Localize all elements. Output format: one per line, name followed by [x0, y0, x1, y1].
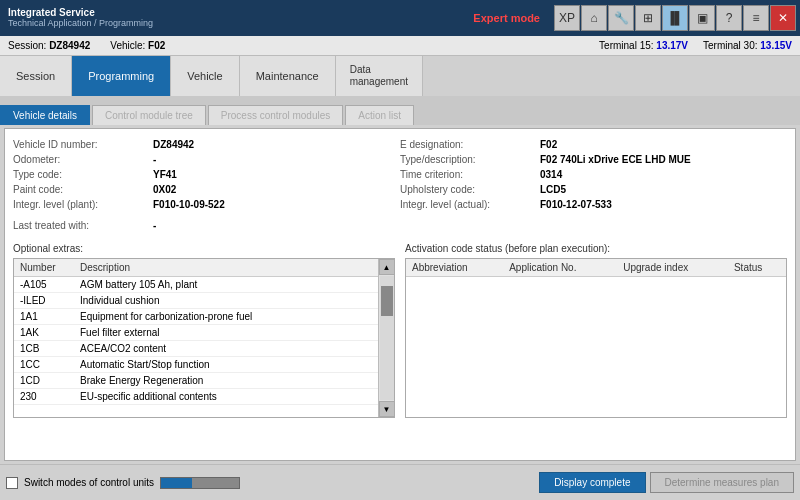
activation-col-status: Status: [728, 259, 786, 277]
extras-row-description: Brake Energy Regeneration: [74, 373, 378, 389]
extras-row-description: EU-specific additional contents: [74, 389, 378, 405]
extras-row-description: Equipment for carbonization-prone fuel: [74, 309, 378, 325]
terminal15-info: Terminal 15: 13.17V: [599, 40, 688, 51]
last-treated-label: Last treated with:: [13, 220, 153, 231]
e-designation-row: E designation: F02: [400, 137, 787, 152]
sub-tab-control-module-tree[interactable]: Control module tree: [92, 105, 206, 125]
home-button[interactable]: ⌂: [581, 5, 607, 31]
terminal15-value: 13.17V: [656, 40, 688, 51]
upholstery-label: Upholstery code:: [400, 184, 540, 195]
lower-section: Optional extras: Number Description -A: [13, 243, 787, 418]
list-item[interactable]: 230EU-specific additional contents: [14, 389, 378, 405]
optional-extras-section: Optional extras: Number Description -A: [13, 243, 395, 418]
determine-measures-button[interactable]: Determine measures plan: [650, 472, 795, 493]
e-designation-label: E designation:: [400, 139, 540, 150]
sub-tab-action-list[interactable]: Action list: [345, 105, 414, 125]
switch-modes-section: Switch modes of control units: [6, 477, 240, 489]
extras-row-number: 1AK: [14, 325, 74, 341]
list-item[interactable]: 1CBACEA/CO2 content: [14, 341, 378, 357]
close-button[interactable]: ✕: [770, 5, 796, 31]
tab-session[interactable]: Session: [0, 56, 72, 96]
bottom-buttons: Display complete Determine measures plan: [539, 472, 794, 493]
paint-code-row: Paint code: 0X02: [13, 182, 400, 197]
scroll-thumb: [381, 286, 393, 316]
extras-col-description: Description: [74, 259, 378, 277]
tab-programming[interactable]: Programming: [72, 56, 171, 96]
extras-row-description: Individual cushion: [74, 293, 378, 309]
list-item[interactable]: 1AKFuel filter external: [14, 325, 378, 341]
session-value: DZ84942: [49, 40, 90, 51]
integr-actual-label: Integr. level (actual):: [400, 199, 540, 210]
optional-extras-table: Number Description -A105AGM battery 105 …: [14, 259, 378, 405]
last-treated-row: Last treated with: -: [13, 218, 400, 233]
extras-scrollbar[interactable]: ▲ ▼: [378, 259, 394, 417]
vehicle-value: F02: [148, 40, 165, 51]
content-area: Vehicle ID number: DZ84942 Odometer: - T…: [4, 128, 796, 461]
list-item[interactable]: 1CCAutomatic Start/Stop function: [14, 357, 378, 373]
camera-button[interactable]: ▣: [689, 5, 715, 31]
extras-row-number: -ILED: [14, 293, 74, 309]
extras-row-number: -A105: [14, 277, 74, 293]
e-designation-value: F02: [540, 139, 557, 150]
time-criterion-row: Time criterion: 0314: [400, 167, 787, 182]
extras-row-description: AGM battery 105 Ah, plant: [74, 277, 378, 293]
time-criterion-label: Time criterion:: [400, 169, 540, 180]
activation-col-appno: Application No.: [503, 259, 617, 277]
extras-row-description: Fuel filter external: [74, 325, 378, 341]
extras-row-number: 1CC: [14, 357, 74, 373]
battery-button[interactable]: ▐▌: [662, 5, 688, 31]
xp-button[interactable]: XP: [554, 5, 580, 31]
vehicle-label: Vehicle: F02: [110, 40, 165, 51]
progress-bar-fill: [161, 478, 192, 488]
activation-col-abbr: Abbreviation: [406, 259, 503, 277]
type-description-value: F02 740Li xDrive ECE LHD MUE: [540, 154, 691, 165]
vehicle-id-value: DZ84942: [153, 139, 194, 150]
vehicle-id-row: Vehicle ID number: DZ84942: [13, 137, 400, 152]
sub-tab-vehicle-details[interactable]: Vehicle details: [0, 105, 90, 125]
type-code-row: Type code: YF41: [13, 167, 400, 182]
scroll-up-button[interactable]: ▲: [379, 259, 395, 275]
help-button[interactable]: ?: [716, 5, 742, 31]
display-complete-button[interactable]: Display complete: [539, 472, 645, 493]
list-item[interactable]: 1CDBrake Energy Regeneration: [14, 373, 378, 389]
tab-data-management[interactable]: Data management: [336, 56, 423, 96]
activation-table-container: Abbreviation Application No. Upgrade ind…: [405, 258, 787, 418]
terminal-info: Terminal 15: 13.17V Terminal 30: 13.15V: [599, 40, 792, 51]
list-item[interactable]: -ILEDIndividual cushion: [14, 293, 378, 309]
list-item[interactable]: 1A1Equipment for carbonization-prone fue…: [14, 309, 378, 325]
sub-tab-process-control-modules[interactable]: Process control modules: [208, 105, 344, 125]
extras-row-description: ACEA/CO2 content: [74, 341, 378, 357]
grid-button[interactable]: ⊞: [635, 5, 661, 31]
tab-maintenance[interactable]: Maintenance: [240, 56, 336, 96]
extras-col-number: Number: [14, 259, 74, 277]
integr-plant-label: Integr. level (plant):: [13, 199, 153, 210]
progress-bar-container: [160, 477, 240, 489]
switch-modes-label: Switch modes of control units: [24, 477, 154, 488]
list-button[interactable]: ≡: [743, 5, 769, 31]
vehicle-id-label: Vehicle ID number:: [13, 139, 153, 150]
list-item[interactable]: -A105AGM battery 105 Ah, plant: [14, 277, 378, 293]
time-criterion-value: 0314: [540, 169, 562, 180]
top-bar: Integrated Service Technical Application…: [0, 0, 800, 36]
bottom-bar: Switch modes of control units Display co…: [0, 464, 800, 500]
scroll-down-button[interactable]: ▼: [379, 401, 395, 417]
main-tabs: Session Programming Vehicle Maintenance …: [0, 56, 800, 96]
app-info: Integrated Service Technical Application…: [0, 0, 463, 36]
activation-code-label: Activation code status (before plan exec…: [405, 243, 787, 254]
extras-row-number: 1CB: [14, 341, 74, 357]
type-description-row: Type/description: F02 740Li xDrive ECE L…: [400, 152, 787, 167]
tab-vehicle[interactable]: Vehicle: [171, 56, 239, 96]
switch-checkbox-icon[interactable]: [6, 477, 18, 489]
extras-row-number: 1CD: [14, 373, 74, 389]
integr-plant-row: Integr. level (plant): F010-10-09-522: [13, 197, 400, 212]
wrench-button[interactable]: 🔧: [608, 5, 634, 31]
optional-extras-table-container: Number Description -A105AGM battery 105 …: [13, 258, 395, 418]
odometer-value: -: [153, 154, 156, 165]
scroll-track: [380, 276, 394, 400]
terminal30-value: 13.15V: [760, 40, 792, 51]
extras-row-description: Automatic Start/Stop function: [74, 357, 378, 373]
session-bar: Session: DZ84942 Vehicle: F02 Terminal 1…: [0, 36, 800, 56]
optional-extras-label: Optional extras:: [13, 243, 395, 254]
sub-tabs: Vehicle details Control module tree Proc…: [0, 96, 800, 126]
last-treated-value: -: [153, 220, 156, 231]
